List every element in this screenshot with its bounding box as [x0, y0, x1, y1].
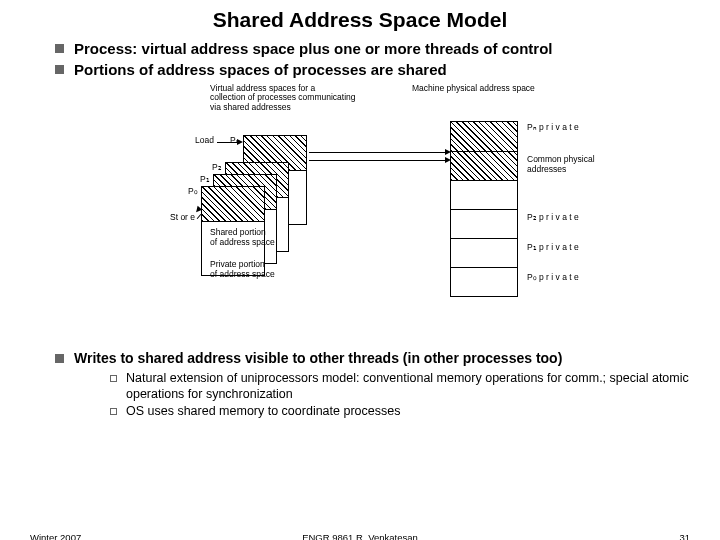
phys-seg-common — [451, 151, 517, 180]
diagram-desc-right: Machine physical address space — [412, 84, 535, 94]
slide-title: Shared Address Space Model — [0, 0, 720, 38]
label-common: Common physical addresses — [527, 154, 595, 174]
list-item: OS uses shared memory to coordinate proc… — [110, 404, 690, 420]
label-p2-private: P₂ p r i v a t e — [527, 212, 579, 222]
arrow-line — [309, 152, 449, 153]
bottom-bullet-list: Writes to shared address visible to othe… — [0, 350, 720, 420]
arrow-icon — [445, 149, 451, 155]
bullet-text: Writes to shared address visible to othe… — [74, 350, 562, 368]
label-pn-private: Pₙ p r i v a t e — [527, 122, 579, 132]
arrow-icon — [445, 157, 451, 163]
bullet-icon — [55, 354, 64, 363]
phys-seg-pn — [451, 122, 517, 151]
label-p0-private: P₀ p r i v a t e — [527, 272, 579, 282]
bullet-icon — [55, 44, 64, 53]
arrow-line — [309, 160, 449, 161]
bullet-icon — [110, 375, 117, 382]
label-p1: P₁ — [200, 174, 210, 184]
bullet-icon — [55, 65, 64, 74]
list-item: Writes to shared address visible to othe… — [55, 350, 690, 368]
process-shared-region — [202, 187, 264, 222]
bullet-text: OS uses shared memory to coordinate proc… — [126, 404, 400, 420]
bullet-text: Natural extension of uniprocessors model… — [126, 371, 690, 402]
page-number: 31 — [679, 532, 690, 540]
label-p2: P₂ — [212, 162, 222, 172]
phys-seg-blank — [451, 180, 517, 209]
label-store: St or e — [170, 212, 195, 222]
diagram-area: Virtual address spaces for a collection … — [0, 82, 720, 342]
top-bullet-list: Process: virtual address space plus one … — [0, 40, 720, 80]
label-shared-portion: Shared portion of address space — [210, 227, 275, 247]
phys-seg-p0 — [451, 267, 517, 296]
list-item: Process: virtual address space plus one … — [55, 40, 690, 59]
bullet-icon — [110, 408, 117, 415]
physical-memory-column — [450, 121, 518, 297]
footer-line1: ENGR 9861 R. Venkatesan — [302, 532, 418, 540]
list-item: Portions of address spaces of processes … — [55, 61, 690, 80]
diagram-desc-left: Virtual address spaces for a collection … — [210, 84, 390, 113]
phys-seg-p1 — [451, 238, 517, 267]
list-item: Natural extension of uniprocessors model… — [110, 371, 690, 402]
label-private-portion: Private portion of address space — [210, 259, 275, 279]
footer-course: ENGR 9861 R. Venkatesan High-Performance… — [0, 532, 720, 540]
bullet-text: Portions of address spaces of processes … — [74, 61, 447, 80]
arrow-icon — [237, 139, 243, 145]
label-p0: P₀ — [188, 186, 198, 196]
label-load: Load — [195, 135, 214, 145]
sub-bullet-list: Natural extension of uniprocessors model… — [110, 371, 690, 420]
phys-seg-p2 — [451, 209, 517, 238]
bullet-text: Process: virtual address space plus one … — [74, 40, 552, 59]
label-p1-private: P₁ p r i v a t e — [527, 242, 579, 252]
